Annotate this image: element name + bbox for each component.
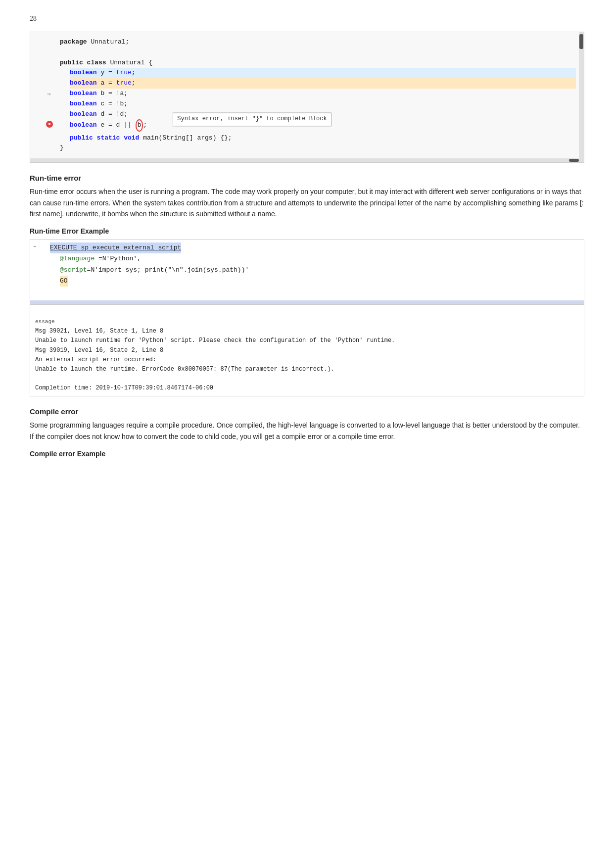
code-text: boolean b = !a; [70,89,128,99]
code-line: package Unnatural; [60,37,576,48]
sql-line: GO [60,276,576,287]
arrow-icon: ⇒ [47,90,51,100]
code-line: public class Unnatural { [60,58,576,68]
sql-go-keyword: GO [60,276,68,287]
code-text: public class Unnatural { [60,58,152,68]
code-line: public static void main(String[] args) {… [70,133,576,144]
sql-line: EXECUTE sp_execute_external_script [50,242,576,253]
sql-block-inner: − EXECUTE sp_execute_external_script @la… [30,240,584,300]
sql-text: @language =N'Python', [60,253,141,264]
sql-highlighted-text: EXECUTE sp_execute_external_script [50,242,181,253]
code-line [60,48,576,58]
sql-line: @language =N'Python', [60,253,576,264]
output-text: Msg 39021, Level 16, State 1, Line 8 Una… [35,328,395,391]
error-tooltip: Syntax error, insert "}" to complete Blo… [173,113,331,126]
code-text: boolean y = true; [70,68,136,78]
code-line: } [60,143,576,153]
compile-example-heading: Compile error Example [30,450,584,458]
sql-text: @script=N'import sys; print("\n".join(sy… [60,265,249,276]
collapse-icon[interactable]: − [33,242,37,252]
scrollbar-v-thumb[interactable] [579,34,583,49]
page-number: 28 [30,15,584,23]
sql-line [50,287,576,297]
code-text: } [60,143,64,153]
breakpoint-icon: ● [46,121,53,128]
runtime-error-heading: Run-time error [30,174,584,182]
compile-error-body: Some programming languages require a com… [30,420,584,442]
code-line: ⇒ boolean b = !a; [70,89,576,99]
sql-code-block: − EXECUTE sp_execute_external_script @la… [30,239,584,304]
output-label: essage [35,319,55,325]
code-text: boolean e = d || b; [70,119,147,133]
code-text: public static void main(String[] args) {… [70,133,232,144]
code-line: boolean c = !b; [70,99,576,109]
sql-line: @script=N'import sys; print("\n".join(sy… [60,265,576,276]
sql-scrollbar-h[interactable] [30,300,584,304]
code-line: boolean a = true; [70,78,576,89]
code-line: boolean y = true; [70,68,576,78]
java-code-inner: package Unnatural; public class Unnatura… [30,32,584,158]
java-code-block: package Unnatural; public class Unnatura… [30,32,584,163]
code-text: boolean d = !d; [70,109,128,120]
scrollbar-thumb[interactable] [569,159,579,162]
runtime-error-body: Run-time error occurs when the user is r… [30,186,584,219]
code-text: boolean a = true; [70,78,136,89]
horizontal-scrollbar[interactable] [30,158,584,162]
code-text: boolean c = !b; [70,99,128,109]
output-block: essage Msg 39021, Level 16, State 1, Lin… [30,304,584,397]
compile-error-heading: Compile error [30,407,584,416]
code-line-error: ● boolean e = d || b; Syntax error, inse… [70,119,576,133]
vertical-scrollbar[interactable] [579,32,584,162]
code-text: package Unnatural; [60,37,129,48]
runtime-example-heading: Run-time Error Example [30,227,584,235]
